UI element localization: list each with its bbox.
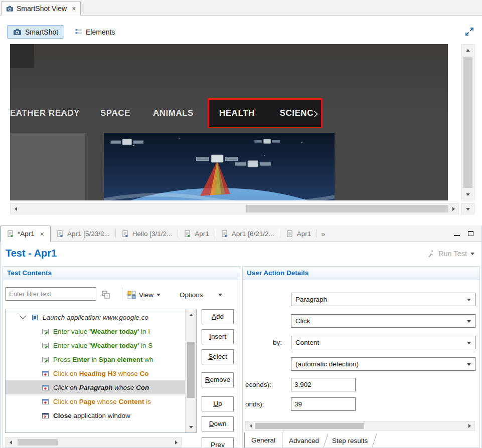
collapse-all-button[interactable]: [101, 289, 110, 300]
tab-advanced[interactable]: Advanced: [282, 432, 326, 448]
tab-elements[interactable]: Elements: [69, 25, 120, 39]
view-label: View: [139, 291, 153, 299]
smartshot-screenshot[interactable]: EATHER READY SPACE ANIMALS HEALTH SCIENC: [10, 44, 448, 200]
input-step-icon: [42, 328, 49, 335]
editor-tab-hello[interactable]: Hello [3/1/2...: [116, 226, 179, 242]
chevron-down-icon: [156, 294, 160, 296]
view-grid-icon: [127, 291, 136, 299]
test-result-icon: [221, 230, 228, 238]
filter-input[interactable]: [6, 287, 96, 301]
select-value: Click: [295, 317, 310, 325]
scroll-right-icon[interactable]: [171, 437, 181, 447]
tab-label: *Apr1: [18, 230, 35, 238]
remove-button[interactable]: Remove: [202, 372, 234, 387]
horizontal-scrollbar[interactable]: [10, 203, 459, 214]
tab-step-results[interactable]: Step results: [326, 432, 374, 448]
object-type-select[interactable]: Paragraph: [291, 293, 475, 306]
details-bottom-tabs: General Advanced Step results: [244, 432, 374, 448]
scrollbar-thumb[interactable]: [255, 423, 364, 429]
highlighted-element-box[interactable]: HEALTH SCIENC: [208, 98, 323, 128]
timeout-label: econds):: [245, 381, 271, 388]
run-test-button[interactable]: Run Test: [427, 250, 474, 258]
scroll-down-icon[interactable]: [186, 421, 196, 432]
add-button[interactable]: Add: [202, 309, 234, 324]
up-button[interactable]: Up: [202, 396, 234, 411]
page-title: Test - Apr1: [6, 248, 57, 259]
prev-button[interactable]: Prev: [202, 437, 234, 448]
close-icon[interactable]: ×: [40, 231, 44, 238]
maximize-view-icon[interactable]: [464, 27, 474, 37]
collapse-all-icon: [101, 290, 110, 299]
camera-icon: [6, 5, 14, 12]
think-time-input[interactable]: [291, 397, 356, 411]
test-steps-tree: Launch application: www.google.co Enter …: [5, 309, 197, 433]
maximize-icon[interactable]: [468, 231, 473, 236]
scrollbar-thumb[interactable]: [463, 57, 472, 188]
insert-button[interactable]: Insert: [202, 329, 234, 344]
scroll-left-icon[interactable]: [246, 421, 256, 430]
run-person-icon: [427, 250, 435, 258]
scroll-up-icon[interactable]: [462, 45, 474, 56]
tree-item-enter-value-2[interactable]: Enter value 'Weather today' in S: [6, 338, 185, 352]
screenshot-left-column: [10, 133, 85, 200]
down-button[interactable]: Down: [202, 416, 234, 431]
panel-header: Test Contents: [3, 267, 240, 280]
scrollbar-thumb[interactable]: [246, 205, 448, 212]
tree-item-close-application[interactable]: Close application window: [6, 408, 185, 422]
test-result-icon: [57, 230, 64, 238]
vertical-scrollbar[interactable]: [461, 44, 474, 200]
website-nav-item: SPACE: [100, 98, 130, 128]
click-step-icon: [42, 370, 49, 377]
tree-item-click-heading[interactable]: Click on Heading H3 whose Co: [6, 366, 185, 380]
tab-label: SmartShot View: [17, 5, 67, 13]
scroll-corner[interactable]: [461, 203, 474, 214]
scroll-right-icon[interactable]: [448, 203, 458, 214]
view-dropdown[interactable]: View: [127, 289, 160, 300]
editor-tab-apr1-3[interactable]: Apr1: [280, 226, 317, 242]
tree-vertical-scrollbar[interactable]: [185, 309, 196, 432]
tab-overflow-chevron[interactable]: »: [317, 226, 329, 242]
detection-select[interactable]: (automatic detection): [291, 357, 475, 371]
tab-general[interactable]: General: [244, 432, 282, 448]
editor-tab-apr1-2[interactable]: Apr1: [178, 226, 215, 242]
scroll-left-icon[interactable]: [11, 203, 21, 214]
tree-item-click-paragraph-selected[interactable]: Click on Paragraph whose Con: [6, 380, 185, 394]
website-nav-item: ANIMALS: [153, 98, 194, 128]
chevron-down-icon[interactable]: [470, 253, 474, 255]
identify-by-select[interactable]: Content: [291, 336, 475, 349]
document-icon: [286, 230, 293, 238]
options-dropdown[interactable]: Options: [180, 289, 222, 300]
tree-item-launch-application[interactable]: Launch application: www.google.co: [6, 310, 185, 324]
tree-horizontal-scrollbar[interactable]: [5, 437, 182, 447]
scroll-down-icon[interactable]: [462, 203, 474, 214]
scroll-left-icon[interactable]: [6, 437, 16, 447]
input-step-icon: [42, 342, 49, 349]
minimize-icon[interactable]: [454, 232, 460, 236]
scroll-up-icon[interactable]: [186, 309, 196, 320]
close-icon[interactable]: ×: [72, 5, 76, 12]
select-button[interactable]: Select: [202, 349, 234, 364]
test-contents-panel: Test Contents View Options: [3, 266, 240, 448]
subtab-label: Elements: [86, 28, 115, 36]
think-time-label: onds):: [245, 400, 264, 408]
scrollbar-thumb[interactable]: [18, 439, 58, 445]
test-result-icon: [122, 230, 129, 238]
editor-tab-result-2[interactable]: Apr1 [6/21/2...: [215, 226, 280, 242]
scroll-down-icon[interactable]: [462, 189, 474, 200]
timeout-input[interactable]: [291, 378, 356, 391]
scroll-right-icon[interactable]: [464, 421, 474, 430]
chevron-down-icon: [467, 363, 471, 366]
tree-item-enter-value-1[interactable]: Enter value 'Weather today' in I: [6, 324, 185, 338]
tree-item-click-page[interactable]: Click on Page whose Content is: [6, 394, 185, 408]
editor-tab-apr1[interactable]: *Apr1 ×: [1, 226, 51, 242]
details-horizontal-scrollbar[interactable]: [245, 421, 475, 431]
tree-item-press-enter[interactable]: Press Enter in Span element wh: [6, 352, 185, 366]
application-window: SmartShot View × SmartShot Elements EATH…: [0, 0, 482, 448]
tab-smartshot-view[interactable]: SmartShot View ×: [1, 1, 81, 16]
action-select[interactable]: Click: [291, 314, 475, 328]
toolbar-separator: [122, 288, 122, 301]
chevron-down-icon[interactable]: [20, 313, 26, 319]
editor-tab-result-1[interactable]: Apr1 [5/23/2...: [51, 226, 116, 242]
scrollbar-thumb[interactable]: [187, 342, 195, 398]
tab-smartshot[interactable]: SmartShot: [7, 25, 64, 39]
